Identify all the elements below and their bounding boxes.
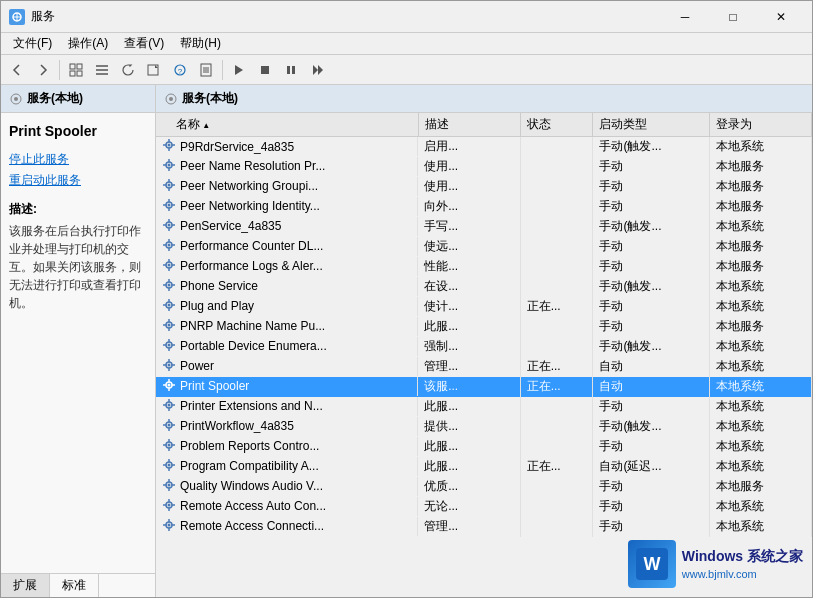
col-desc[interactable]: 描述 <box>418 113 520 137</box>
desc-text: 该服务在后台执行打印作业并处理与打印机的交互。如果关闭该服务，则无法进行打印或查… <box>9 222 147 312</box>
table-row[interactable]: Performance Counter DL...使远...手动本地服务 <box>156 237 812 257</box>
service-logon-cell: 本地服务 <box>710 197 812 217</box>
service-logon-cell: 本地系统 <box>710 357 812 377</box>
show-tree-button[interactable] <box>64 58 88 82</box>
refresh-button[interactable] <box>116 58 140 82</box>
col-name[interactable]: 名称 <box>156 113 418 137</box>
service-logon-cell: 本地系统 <box>710 397 812 417</box>
stop-button[interactable] <box>253 58 277 82</box>
svg-point-124 <box>168 463 171 466</box>
right-panel: 服务(本地) 名称 描述 状态 启动类型 登录为 <box>156 85 812 597</box>
service-name-text: Program Compatibility A... <box>180 459 319 473</box>
play-button[interactable] <box>227 58 251 82</box>
table-row[interactable]: PNRP Machine Name Pu...此服...手动本地服务 <box>156 317 812 337</box>
service-name-text: Peer Name Resolution Pr... <box>180 159 325 173</box>
service-desc-cell: 提供... <box>418 417 520 437</box>
table-row[interactable]: Plug and Play使计...正在...手动本地系统 <box>156 297 812 317</box>
table-row[interactable]: Peer Networking Groupi...使用...手动本地服务 <box>156 177 812 197</box>
help-button[interactable]: ? <box>168 58 192 82</box>
restart-service-link[interactable]: 重启动此服务 <box>9 172 147 189</box>
table-row[interactable]: Portable Device Enumera...强制...手动(触发...本… <box>156 337 812 357</box>
export-button[interactable] <box>142 58 166 82</box>
col-logon[interactable]: 登录为 <box>710 113 812 137</box>
svg-marker-22 <box>318 65 323 75</box>
back-button[interactable] <box>5 58 29 82</box>
service-startup-cell: 手动 <box>593 177 710 197</box>
service-name-cell: Performance Counter DL... <box>156 237 418 256</box>
table-row[interactable]: Quality Windows Audio V...优质...手动本地服务 <box>156 477 812 497</box>
service-logon-cell: 本地系统 <box>710 517 812 537</box>
watermark-text: Windows 系统之家 www.bjmlv.com <box>682 548 803 580</box>
service-status-cell <box>520 497 593 517</box>
service-icon <box>162 418 176 435</box>
service-name-text: Print Spooler <box>180 379 249 393</box>
service-icon <box>162 398 176 415</box>
table-row[interactable]: Remote Access Connecti...管理...手动本地系统 <box>156 517 812 537</box>
tab-standard[interactable]: 标准 <box>50 574 99 597</box>
table-row[interactable]: PrintWorkflow_4a835提供...手动(触发...本地系统 <box>156 417 812 437</box>
service-name-cell: P9RdrService_4a835 <box>156 137 418 156</box>
svg-point-70 <box>168 283 171 286</box>
service-icon <box>162 358 176 375</box>
service-startup-cell: 手动(触发... <box>593 417 710 437</box>
table-row[interactable]: Power管理...正在...自动本地系统 <box>156 357 812 377</box>
col-status[interactable]: 状态 <box>520 113 593 137</box>
service-name-text: Peer Networking Groupi... <box>180 179 318 193</box>
col-startup[interactable]: 启动类型 <box>593 113 710 137</box>
table-row[interactable]: PenService_4a835手写...手动(触发...本地系统 <box>156 217 812 237</box>
menu-help[interactable]: 帮助(H) <box>172 33 229 54</box>
menu-view[interactable]: 查看(V) <box>116 33 172 54</box>
forward-button[interactable] <box>31 58 55 82</box>
service-startup-cell: 手动(触发... <box>593 277 710 297</box>
service-desc-cell: 此服... <box>418 457 520 477</box>
main-content: 服务(本地) Print Spooler 停止此服务 重启动此服务 描述: 该服… <box>1 85 812 597</box>
service-status-cell <box>520 317 593 337</box>
service-status-cell <box>520 217 593 237</box>
service-logon-cell: 本地系统 <box>710 437 812 457</box>
table-row[interactable]: Phone Service在设...手动(触发...本地系统 <box>156 277 812 297</box>
service-status-cell <box>520 417 593 437</box>
watermark: W Windows 系统之家 www.bjmlv.com <box>628 540 803 588</box>
service-startup-cell: 自动 <box>593 357 710 377</box>
table-row[interactable]: Performance Logs & Aler...性能...手动本地服务 <box>156 257 812 277</box>
service-desc-cell: 管理... <box>418 357 520 377</box>
table-row[interactable]: Print Spooler该服...正在...自动本地系统 <box>156 377 812 397</box>
table-row[interactable]: Printer Extensions and N...此服...手动本地系统 <box>156 397 812 417</box>
table-row[interactable]: Peer Name Resolution Pr...使用...手动本地服务 <box>156 157 812 177</box>
service-startup-cell: 手动 <box>593 497 710 517</box>
restart-button[interactable] <box>305 58 329 82</box>
svg-rect-4 <box>77 64 82 69</box>
table-row[interactable]: Peer Networking Identity...向外...手动本地服务 <box>156 197 812 217</box>
menu-file[interactable]: 文件(F) <box>5 33 60 54</box>
table-row[interactable]: P9RdrService_4a835启用...手动(触发...本地系统 <box>156 137 812 157</box>
service-icon <box>162 158 176 175</box>
services-list: 名称 描述 状态 启动类型 登录为 P9RdrService_4a835启用..… <box>156 113 812 537</box>
service-desc-cell: 启用... <box>418 137 520 157</box>
service-name-cell: Plug and Play <box>156 297 418 316</box>
maximize-button[interactable]: □ <box>710 1 756 33</box>
table-row[interactable]: Remote Access Auto Con...无论...手动本地系统 <box>156 497 812 517</box>
right-panel-title: 服务(本地) <box>182 90 238 107</box>
service-name-cell: Quality Windows Audio V... <box>156 477 418 496</box>
service-logon-cell: 本地系统 <box>710 417 812 437</box>
svg-point-106 <box>168 403 171 406</box>
properties-button[interactable] <box>194 58 218 82</box>
table-row[interactable]: Problem Reports Contro...此服...手动本地系统 <box>156 437 812 457</box>
service-status-cell: 正在... <box>520 457 593 477</box>
service-startup-cell: 手动 <box>593 517 710 537</box>
service-desc-cell: 强制... <box>418 337 520 357</box>
service-startup-cell: 手动 <box>593 257 710 277</box>
tab-expand[interactable]: 扩展 <box>1 574 50 597</box>
service-desc-cell: 使远... <box>418 237 520 257</box>
close-button[interactable]: ✕ <box>758 1 804 33</box>
minimize-button[interactable]: ─ <box>662 1 708 33</box>
stop-service-link[interactable]: 停止此服务 <box>9 151 147 168</box>
service-status-cell <box>520 437 593 457</box>
svg-point-118 <box>168 443 171 446</box>
service-startup-cell: 手动 <box>593 437 710 457</box>
pause-button[interactable] <box>279 58 303 82</box>
list-button[interactable] <box>90 58 114 82</box>
service-desc-cell: 使用... <box>418 177 520 197</box>
menu-action[interactable]: 操作(A) <box>60 33 116 54</box>
table-row[interactable]: Program Compatibility A...此服...正在...自动(延… <box>156 457 812 477</box>
